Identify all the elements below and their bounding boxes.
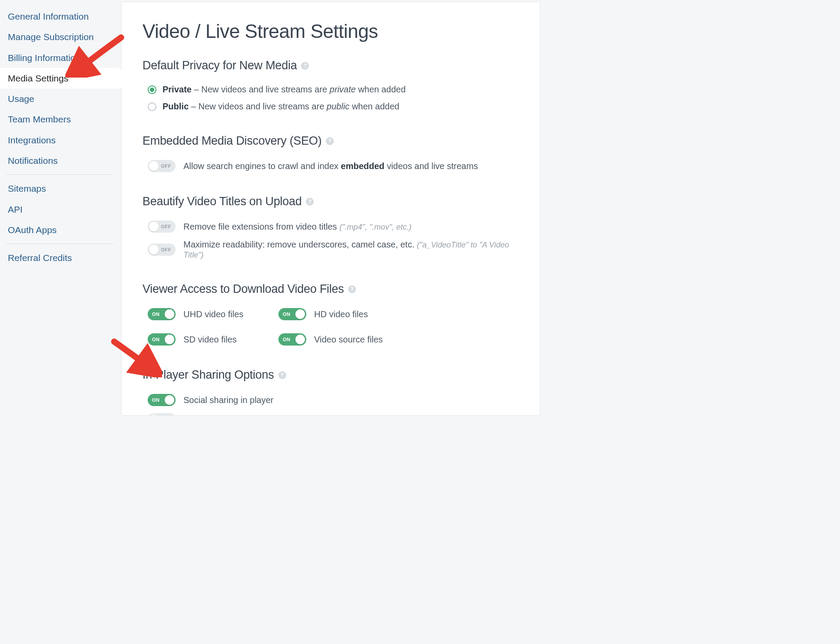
sidebar-item-referral-credits[interactable]: Referral Credits <box>0 247 119 268</box>
radio-icon <box>148 85 156 94</box>
toggle-hd[interactable]: ON <box>278 308 306 320</box>
toggle-row-remove-ext: OFF Remove file extensions from video ti… <box>142 217 519 236</box>
toggle-row-sd: ON SD video files <box>148 330 274 349</box>
toggle-row-embed-sharing: OFF Embed code sharing in player <box>142 410 519 416</box>
radio-label: Public – New videos and live streams are… <box>163 102 400 112</box>
toggle-label: Social sharing in player <box>183 395 274 405</box>
toggle-row-social-sharing: ON Social sharing in player <box>142 390 519 410</box>
section-title-sharing: In-Player Sharing Options <box>142 368 274 382</box>
sidebar-item-manage-subscription[interactable]: Manage Subscription <box>0 27 119 47</box>
sidebar: General Information Manage Subscription … <box>0 0 119 416</box>
toggle-row-uhd: ON UHD video files <box>148 305 274 324</box>
section-title-beautify: Beautify Video Titles on Upload <box>142 195 301 208</box>
toggle-sd[interactable]: ON <box>148 333 176 346</box>
sidebar-item-oauth-apps[interactable]: OAuth Apps <box>0 220 119 240</box>
toggle-row-readability: OFF Maximize readability: remove undersc… <box>142 236 519 263</box>
radio-icon <box>148 102 156 111</box>
radio-label: Private – New videos and live streams ar… <box>163 85 406 95</box>
sidebar-item-billing-information[interactable]: Billing Information <box>0 47 119 68</box>
sidebar-item-general-information[interactable]: General Information <box>0 6 119 27</box>
help-icon[interactable]: ? <box>306 198 314 206</box>
sidebar-item-usage[interactable]: Usage <box>0 88 119 109</box>
sidebar-item-sitemaps[interactable]: Sitemaps <box>0 178 119 199</box>
radio-option-private[interactable]: Private – New videos and live streams ar… <box>142 81 519 98</box>
toggle-row-source: ON Video source files <box>278 330 405 349</box>
toggle-uhd[interactable]: ON <box>148 308 176 320</box>
section-title-download: Viewer Access to Download Video Files <box>142 282 344 296</box>
section-beautify: Beautify Video Titles on Upload ? OFF Re… <box>142 195 519 263</box>
page-title: Video / Live Stream Settings <box>142 20 519 42</box>
help-icon[interactable]: ? <box>326 137 334 145</box>
toggle-row-seo: OFF Allow search engines to crawl and in… <box>142 156 519 176</box>
section-download: Viewer Access to Download Video Files ? … <box>142 282 519 349</box>
section-title-privacy: Default Privacy for New Media <box>142 59 297 72</box>
toggle-label: Embed code sharing in player <box>183 414 299 416</box>
toggle-remove-ext[interactable]: OFF <box>148 220 176 233</box>
section-sharing: In-Player Sharing Options ? ON Social sh… <box>142 368 519 416</box>
section-default-privacy: Default Privacy for New Media ? Private … <box>142 59 519 115</box>
radio-option-public[interactable]: Public – New videos and live streams are… <box>142 98 519 115</box>
sidebar-item-notifications[interactable]: Notifications <box>0 150 119 171</box>
toggle-label: SD video files <box>183 335 237 345</box>
sidebar-item-integrations[interactable]: Integrations <box>0 130 119 150</box>
help-icon[interactable]: ? <box>278 371 286 379</box>
sidebar-divider <box>6 174 113 175</box>
toggle-label: UHD video files <box>183 309 244 319</box>
toggle-label: Maximize readability: remove underscores… <box>183 240 519 260</box>
main-panel: Video / Live Stream Settings Default Pri… <box>121 2 540 416</box>
toggle-embed-sharing[interactable]: OFF <box>148 413 176 416</box>
toggle-label: Remove file extensions from video titles… <box>183 222 412 232</box>
toggle-readability[interactable]: OFF <box>148 244 176 256</box>
sidebar-item-media-settings[interactable]: Media Settings <box>0 68 119 88</box>
help-icon[interactable]: ? <box>301 62 309 70</box>
toggle-label: Allow search engines to crawl and index … <box>183 161 478 171</box>
sidebar-item-team-members[interactable]: Team Members <box>0 109 119 129</box>
sidebar-item-api[interactable]: API <box>0 199 119 220</box>
section-title-seo: Embedded Media Discovery (SEO) <box>142 134 322 148</box>
toggle-seo[interactable]: OFF <box>148 160 176 172</box>
toggle-social-sharing[interactable]: ON <box>148 394 176 406</box>
toggle-label: Video source files <box>314 335 383 345</box>
sidebar-divider <box>6 244 113 244</box>
toggle-source[interactable]: ON <box>278 333 306 346</box>
help-icon[interactable]: ? <box>348 285 356 293</box>
toggle-row-hd: ON HD video files <box>278 305 405 324</box>
section-seo: Embedded Media Discovery (SEO) ? OFF All… <box>142 134 519 176</box>
toggle-label: HD video files <box>314 309 368 319</box>
